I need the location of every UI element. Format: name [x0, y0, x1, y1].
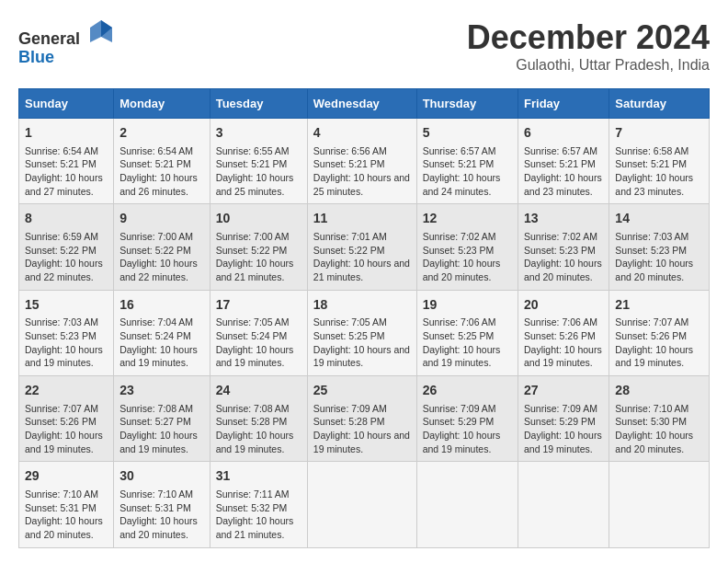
day-cell-3: 3Sunrise: 6:55 AMSunset: 5:21 PMDaylight… [210, 119, 307, 204]
day-cell-25: 25Sunrise: 7:09 AMSunset: 5:28 PMDayligh… [307, 376, 416, 462]
day-cell-6: 6Sunrise: 6:57 AMSunset: 5:21 PMDaylight… [518, 119, 609, 204]
day-number: 26 [423, 382, 512, 400]
day-cell-27: 27Sunrise: 7:09 AMSunset: 5:29 PMDayligh… [518, 376, 609, 462]
day-cell-30: 30Sunrise: 7:10 AMSunset: 5:31 PMDayligh… [114, 462, 210, 547]
day-number: 19 [423, 296, 512, 315]
header: General Blue December 2024 Gulaothi, Utt… [18, 18, 710, 74]
day-number: 6 [524, 124, 603, 143]
day-number: 1 [25, 124, 108, 143]
week-row-5: 29Sunrise: 7:10 AMSunset: 5:31 PMDayligh… [19, 462, 710, 547]
day-cell-17: 17Sunrise: 7:05 AMSunset: 5:24 PMDayligh… [210, 290, 307, 375]
header-cell-sunday: Sunday [19, 89, 114, 119]
day-number: 5 [423, 124, 512, 143]
day-cell-20: 20Sunrise: 7:06 AMSunset: 5:26 PMDayligh… [518, 290, 609, 375]
day-number: 15 [25, 296, 108, 315]
day-number: 4 [313, 124, 411, 143]
week-row-2: 8Sunrise: 6:59 AMSunset: 5:22 PMDaylight… [19, 204, 710, 290]
day-number: 12 [423, 210, 512, 228]
day-cell-8: 8Sunrise: 6:59 AMSunset: 5:22 PMDaylight… [19, 204, 114, 290]
day-number: 16 [119, 296, 204, 315]
day-cell-12: 12Sunrise: 7:02 AMSunset: 5:23 PMDayligh… [416, 204, 518, 290]
day-cell-13: 13Sunrise: 7:02 AMSunset: 5:23 PMDayligh… [518, 204, 609, 290]
logo: General Blue [18, 18, 114, 67]
day-number: 18 [313, 296, 411, 315]
day-cell-24: 24Sunrise: 7:08 AMSunset: 5:28 PMDayligh… [210, 376, 307, 462]
day-number: 28 [615, 382, 703, 400]
day-number: 24 [216, 382, 301, 400]
empty-cell [518, 462, 609, 547]
calendar-table: SundayMondayTuesdayWednesdayThursdayFrid… [18, 88, 710, 548]
day-cell-7: 7Sunrise: 6:58 AMSunset: 5:21 PMDaylight… [609, 119, 710, 204]
day-number: 20 [524, 296, 603, 315]
logo-blue: Blue [18, 48, 54, 66]
location-title: Gulaothi, Uttar Pradesh, India [467, 57, 710, 74]
week-row-1: 1Sunrise: 6:54 AMSunset: 5:21 PMDaylight… [19, 119, 710, 204]
day-number: 25 [313, 382, 411, 400]
day-number: 21 [615, 296, 703, 315]
day-cell-1: 1Sunrise: 6:54 AMSunset: 5:21 PMDaylight… [19, 119, 114, 204]
month-title: December 2024 [467, 18, 710, 57]
header-cell-tuesday: Tuesday [210, 89, 307, 119]
day-cell-14: 14Sunrise: 7:03 AMSunset: 5:23 PMDayligh… [609, 204, 710, 290]
day-cell-22: 22Sunrise: 7:07 AMSunset: 5:26 PMDayligh… [19, 376, 114, 462]
day-cell-11: 11Sunrise: 7:01 AMSunset: 5:22 PMDayligh… [307, 204, 416, 290]
logo-general: General [18, 29, 80, 48]
day-cell-10: 10Sunrise: 7:00 AMSunset: 5:22 PMDayligh… [210, 204, 307, 290]
logo-icon [88, 18, 114, 44]
week-row-3: 15Sunrise: 7:03 AMSunset: 5:23 PMDayligh… [19, 290, 710, 375]
day-number: 3 [216, 124, 301, 143]
day-cell-4: 4Sunrise: 6:56 AMSunset: 5:21 PMDaylight… [307, 119, 416, 204]
day-number: 8 [25, 210, 108, 228]
day-cell-5: 5Sunrise: 6:57 AMSunset: 5:21 PMDaylight… [416, 119, 518, 204]
day-number: 9 [119, 210, 204, 228]
day-cell-16: 16Sunrise: 7:04 AMSunset: 5:24 PMDayligh… [114, 290, 210, 375]
header-cell-friday: Friday [518, 89, 609, 119]
header-cell-monday: Monday [114, 89, 210, 119]
day-number: 14 [615, 210, 703, 228]
day-cell-21: 21Sunrise: 7:07 AMSunset: 5:26 PMDayligh… [609, 290, 710, 375]
header-cell-saturday: Saturday [609, 89, 710, 119]
day-number: 29 [25, 467, 108, 486]
day-number: 27 [524, 382, 603, 400]
day-cell-23: 23Sunrise: 7:08 AMSunset: 5:27 PMDayligh… [114, 376, 210, 462]
day-number: 17 [216, 296, 301, 315]
day-cell-19: 19Sunrise: 7:06 AMSunset: 5:25 PMDayligh… [416, 290, 518, 375]
day-cell-15: 15Sunrise: 7:03 AMSunset: 5:23 PMDayligh… [19, 290, 114, 375]
day-number: 30 [119, 467, 204, 486]
day-number: 10 [216, 210, 301, 228]
day-cell-2: 2Sunrise: 6:54 AMSunset: 5:21 PMDaylight… [114, 119, 210, 204]
day-number: 23 [119, 382, 204, 400]
header-cell-thursday: Thursday [416, 89, 518, 119]
empty-cell [307, 462, 416, 547]
day-number: 31 [216, 467, 301, 486]
empty-cell [609, 462, 710, 547]
day-number: 2 [119, 124, 204, 143]
day-number: 11 [313, 210, 411, 228]
header-cell-wednesday: Wednesday [307, 89, 416, 119]
day-cell-18: 18Sunrise: 7:05 AMSunset: 5:25 PMDayligh… [307, 290, 416, 375]
header-row: SundayMondayTuesdayWednesdayThursdayFrid… [19, 89, 710, 119]
empty-cell [416, 462, 518, 547]
day-cell-26: 26Sunrise: 7:09 AMSunset: 5:29 PMDayligh… [416, 376, 518, 462]
day-cell-31: 31Sunrise: 7:11 AMSunset: 5:32 PMDayligh… [210, 462, 307, 547]
day-number: 13 [524, 210, 603, 228]
day-cell-9: 9Sunrise: 7:00 AMSunset: 5:22 PMDaylight… [114, 204, 210, 290]
day-cell-29: 29Sunrise: 7:10 AMSunset: 5:31 PMDayligh… [19, 462, 114, 547]
week-row-4: 22Sunrise: 7:07 AMSunset: 5:26 PMDayligh… [19, 376, 710, 462]
day-number: 22 [25, 382, 108, 400]
day-cell-28: 28Sunrise: 7:10 AMSunset: 5:30 PMDayligh… [609, 376, 710, 462]
title-section: December 2024 Gulaothi, Uttar Pradesh, I… [467, 18, 710, 74]
day-number: 7 [615, 124, 703, 143]
